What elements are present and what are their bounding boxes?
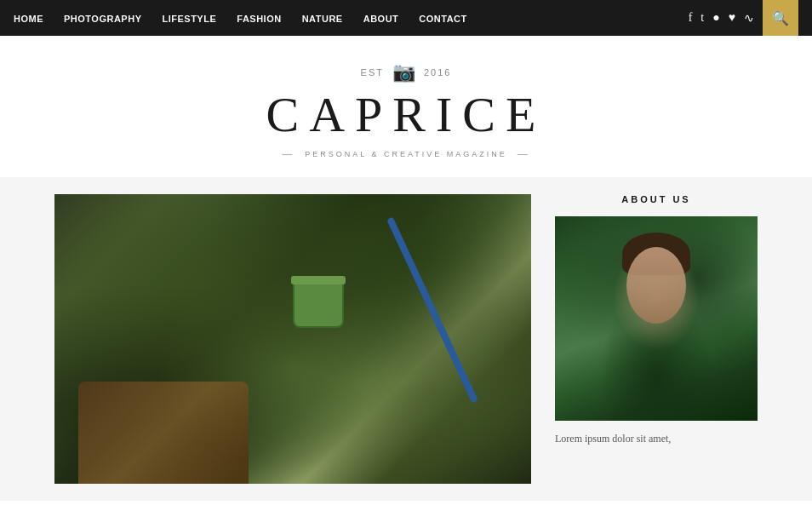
est-label: EST — [361, 67, 384, 78]
tagline-dash-left: — — [282, 148, 294, 160]
site-title: CAPRICE — [0, 90, 812, 140]
basket — [78, 382, 249, 484]
sidebar: ABOUT US Lorem ipsum dolor sit amet, — [555, 194, 758, 484]
camera-icon: 📷 — [392, 61, 415, 83]
search-button[interactable]: 🔍 — [763, 0, 798, 36]
nav-links: HOME PHOTOGRAPHY LIFESTYLE FASHION NATUR… — [14, 10, 467, 26]
nav-item-fashion[interactable]: FASHION — [237, 10, 281, 26]
bottom-spacer — [0, 484, 812, 501]
year: 2016 — [424, 67, 451, 78]
hero-image-canvas — [54, 194, 531, 484]
face-oval — [626, 247, 686, 324]
rss-icon[interactable]: ∿ — [744, 11, 754, 26]
heart-icon[interactable]: ♥ — [729, 11, 735, 25]
nav-item-lifestyle[interactable]: LIFESTYLE — [162, 10, 216, 26]
site-header: EST 📷 2016 CAPRICE — PERSONAL & CREATIVE… — [0, 36, 812, 177]
main-content: ABOUT US Lorem ipsum dolor sit amet, — [0, 177, 812, 484]
about-text: Lorem ipsum dolor sit amet, — [555, 431, 758, 447]
facebook-icon[interactable]: f — [689, 11, 693, 25]
shovel — [386, 216, 478, 403]
about-image-canvas — [555, 216, 758, 421]
nav-right: f t ● ♥ ∿ 🔍 — [689, 0, 798, 36]
nav-item-nature[interactable]: NATURE — [302, 10, 343, 26]
main-article — [54, 194, 531, 484]
twitter-icon[interactable]: t — [700, 11, 704, 25]
about-image — [555, 216, 758, 421]
est-row: EST 📷 2016 — [0, 61, 812, 83]
nav-item-contact[interactable]: CONTACT — [419, 10, 466, 26]
about-us-heading: ABOUT US — [555, 194, 758, 204]
main-hero-image — [54, 194, 531, 484]
nav-item-photography[interactable]: PHOTOGRAPHY — [64, 10, 141, 26]
main-nav: HOME PHOTOGRAPHY LIFESTYLE FASHION NATUR… — [0, 0, 812, 36]
tagline-text: PERSONAL & CREATIVE MAGAZINE — [305, 150, 507, 158]
nav-item-home[interactable]: HOME — [14, 10, 43, 26]
tagline-dash-right: — — [518, 148, 530, 160]
instagram-icon[interactable]: ● — [712, 11, 719, 25]
plant-pot — [293, 281, 344, 328]
nav-item-about[interactable]: ABOUT — [363, 10, 399, 26]
site-tagline: — PERSONAL & CREATIVE MAGAZINE — — [0, 148, 812, 160]
